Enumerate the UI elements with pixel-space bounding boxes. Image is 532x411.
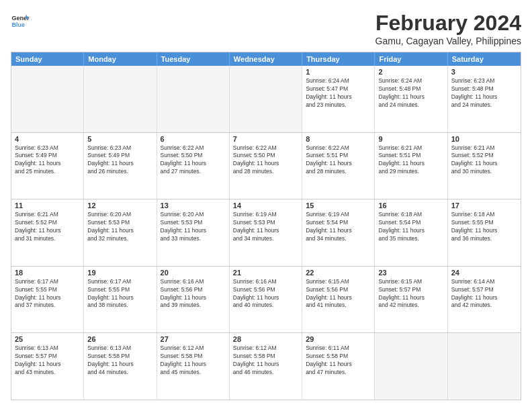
day-info: Sunrise: 6:22 AM Sunset: 5:51 PM Dayligh… <box>306 144 371 177</box>
day-number: 28 <box>233 335 298 343</box>
day-info: Sunrise: 6:21 AM Sunset: 5:52 PM Dayligh… <box>451 144 517 177</box>
calendar-row: 11Sunrise: 6:21 AM Sunset: 5:52 PM Dayli… <box>11 199 521 266</box>
day-info: Sunrise: 6:13 AM Sunset: 5:58 PM Dayligh… <box>87 345 152 377</box>
day-info: Sunrise: 6:18 AM Sunset: 5:55 PM Dayligh… <box>451 211 517 243</box>
calendar-cell: 29Sunrise: 6:11 AM Sunset: 5:58 PM Dayli… <box>302 333 375 400</box>
day-info: Sunrise: 6:22 AM Sunset: 5:50 PM Dayligh… <box>161 144 226 177</box>
calendar-cell: 23Sunrise: 6:15 AM Sunset: 5:57 PM Dayli… <box>375 267 447 333</box>
day-number: 11 <box>15 201 80 210</box>
day-info: Sunrise: 6:15 AM Sunset: 5:56 PM Dayligh… <box>306 278 371 310</box>
calendar-row: 18Sunrise: 6:17 AM Sunset: 5:55 PM Dayli… <box>11 266 521 333</box>
day-number: 20 <box>161 269 226 277</box>
day-info: Sunrise: 6:23 AM Sunset: 5:49 PM Dayligh… <box>87 144 152 177</box>
calendar-cell: 17Sunrise: 6:18 AM Sunset: 5:55 PM Dayli… <box>448 199 521 266</box>
day-number: 2 <box>378 68 443 76</box>
calendar-header-cell: Saturday <box>448 52 521 66</box>
day-number: 17 <box>451 201 517 210</box>
day-info: Sunrise: 6:16 AM Sunset: 5:56 PM Dayligh… <box>233 278 298 310</box>
day-number: 12 <box>87 201 152 210</box>
calendar-cell: 7Sunrise: 6:22 AM Sunset: 5:50 PM Daylig… <box>230 133 302 199</box>
day-number: 18 <box>15 269 80 277</box>
calendar-header: SundayMondayTuesdayWednesdayThursdayFrid… <box>11 52 521 66</box>
day-info: Sunrise: 6:23 AM Sunset: 5:49 PM Dayligh… <box>15 144 80 177</box>
logo-icon: General Blue <box>11 11 30 30</box>
day-number: 4 <box>15 135 80 143</box>
calendar-cell: 10Sunrise: 6:21 AM Sunset: 5:52 PM Dayli… <box>448 133 521 199</box>
calendar-cell <box>375 333 447 400</box>
calendar-header-cell: Tuesday <box>157 52 230 66</box>
calendar-header-cell: Monday <box>84 52 157 66</box>
calendar-cell: 11Sunrise: 6:21 AM Sunset: 5:52 PM Dayli… <box>11 199 84 266</box>
calendar-cell <box>11 66 84 132</box>
day-info: Sunrise: 6:19 AM Sunset: 5:53 PM Dayligh… <box>233 211 298 243</box>
day-info: Sunrise: 6:15 AM Sunset: 5:57 PM Dayligh… <box>378 278 443 310</box>
calendar-cell <box>448 333 521 400</box>
calendar-cell: 27Sunrise: 6:12 AM Sunset: 5:58 PM Dayli… <box>157 333 230 400</box>
calendar-cell <box>230 66 302 132</box>
calendar-cell: 25Sunrise: 6:13 AM Sunset: 5:57 PM Dayli… <box>11 333 84 400</box>
calendar-cell: 16Sunrise: 6:18 AM Sunset: 5:54 PM Dayli… <box>375 199 447 266</box>
day-info: Sunrise: 6:20 AM Sunset: 5:53 PM Dayligh… <box>87 211 152 243</box>
calendar-cell: 26Sunrise: 6:13 AM Sunset: 5:58 PM Dayli… <box>84 333 157 400</box>
calendar-cell: 14Sunrise: 6:19 AM Sunset: 5:53 PM Dayli… <box>230 199 302 266</box>
day-info: Sunrise: 6:19 AM Sunset: 5:54 PM Dayligh… <box>306 211 371 243</box>
day-number: 29 <box>306 335 371 343</box>
day-info: Sunrise: 6:24 AM Sunset: 5:48 PM Dayligh… <box>378 77 443 109</box>
day-info: Sunrise: 6:24 AM Sunset: 5:47 PM Dayligh… <box>306 77 371 109</box>
calendar-cell: 13Sunrise: 6:20 AM Sunset: 5:53 PM Dayli… <box>157 199 230 266</box>
calendar-cell: 19Sunrise: 6:17 AM Sunset: 5:55 PM Dayli… <box>84 267 157 333</box>
calendar-header-cell: Thursday <box>302 52 375 66</box>
day-info: Sunrise: 6:20 AM Sunset: 5:53 PM Dayligh… <box>161 211 226 243</box>
day-info: Sunrise: 6:17 AM Sunset: 5:55 PM Dayligh… <box>87 278 152 310</box>
calendar-cell: 18Sunrise: 6:17 AM Sunset: 5:55 PM Dayli… <box>11 267 84 333</box>
day-info: Sunrise: 6:22 AM Sunset: 5:50 PM Dayligh… <box>233 144 298 177</box>
calendar-cell: 15Sunrise: 6:19 AM Sunset: 5:54 PM Dayli… <box>302 199 375 266</box>
day-number: 3 <box>451 68 517 76</box>
day-info: Sunrise: 6:21 AM Sunset: 5:52 PM Dayligh… <box>15 211 80 243</box>
day-number: 21 <box>233 269 298 277</box>
day-info: Sunrise: 6:18 AM Sunset: 5:54 PM Dayligh… <box>378 211 443 243</box>
day-number: 14 <box>233 201 298 210</box>
subtitle: Gamu, Cagayan Valley, Philippines <box>375 36 521 46</box>
day-number: 9 <box>378 135 443 143</box>
calendar-row: 1Sunrise: 6:24 AM Sunset: 5:47 PM Daylig… <box>11 66 521 132</box>
day-number: 26 <box>87 335 152 343</box>
calendar-cell: 4Sunrise: 6:23 AM Sunset: 5:49 PM Daylig… <box>11 133 84 199</box>
day-number: 6 <box>161 135 226 143</box>
day-number: 15 <box>306 201 371 210</box>
day-number: 23 <box>378 269 443 277</box>
day-info: Sunrise: 6:12 AM Sunset: 5:58 PM Dayligh… <box>161 345 226 377</box>
calendar-cell: 12Sunrise: 6:20 AM Sunset: 5:53 PM Dayli… <box>84 199 157 266</box>
day-info: Sunrise: 6:21 AM Sunset: 5:51 PM Dayligh… <box>378 144 443 177</box>
calendar-cell <box>84 66 157 132</box>
calendar-cell: 28Sunrise: 6:12 AM Sunset: 5:58 PM Dayli… <box>230 333 302 400</box>
calendar-cell: 21Sunrise: 6:16 AM Sunset: 5:56 PM Dayli… <box>230 267 302 333</box>
day-info: Sunrise: 6:12 AM Sunset: 5:58 PM Dayligh… <box>233 345 298 377</box>
calendar-cell: 1Sunrise: 6:24 AM Sunset: 5:47 PM Daylig… <box>302 66 375 132</box>
calendar-cell: 24Sunrise: 6:14 AM Sunset: 5:57 PM Dayli… <box>448 267 521 333</box>
logo: General Blue <box>11 11 30 30</box>
calendar-cell: 20Sunrise: 6:16 AM Sunset: 5:56 PM Dayli… <box>157 267 230 333</box>
day-number: 27 <box>161 335 226 343</box>
calendar-row: 25Sunrise: 6:13 AM Sunset: 5:57 PM Dayli… <box>11 332 521 400</box>
page: General Blue February 2024 Gamu, Cagayan… <box>0 0 532 411</box>
calendar-row: 4Sunrise: 6:23 AM Sunset: 5:49 PM Daylig… <box>11 132 521 199</box>
svg-text:Blue: Blue <box>11 21 25 28</box>
day-number: 22 <box>306 269 371 277</box>
day-number: 5 <box>87 135 152 143</box>
day-number: 24 <box>451 269 517 277</box>
calendar-cell: 3Sunrise: 6:23 AM Sunset: 5:48 PM Daylig… <box>448 66 521 132</box>
calendar-cell: 22Sunrise: 6:15 AM Sunset: 5:56 PM Dayli… <box>302 267 375 333</box>
calendar-cell: 9Sunrise: 6:21 AM Sunset: 5:51 PM Daylig… <box>375 133 447 199</box>
day-info: Sunrise: 6:16 AM Sunset: 5:56 PM Dayligh… <box>161 278 226 310</box>
calendar-body: 1Sunrise: 6:24 AM Sunset: 5:47 PM Daylig… <box>11 66 521 400</box>
main-title: February 2024 <box>375 11 521 36</box>
calendar-cell: 6Sunrise: 6:22 AM Sunset: 5:50 PM Daylig… <box>157 133 230 199</box>
title-block: February 2024 Gamu, Cagayan Valley, Phil… <box>375 11 521 46</box>
day-number: 19 <box>87 269 152 277</box>
day-info: Sunrise: 6:14 AM Sunset: 5:57 PM Dayligh… <box>451 278 517 310</box>
calendar-cell <box>157 66 230 132</box>
calendar-header-cell: Friday <box>375 52 447 66</box>
day-info: Sunrise: 6:23 AM Sunset: 5:48 PM Dayligh… <box>451 77 517 109</box>
header: General Blue February 2024 Gamu, Cagayan… <box>11 11 521 46</box>
